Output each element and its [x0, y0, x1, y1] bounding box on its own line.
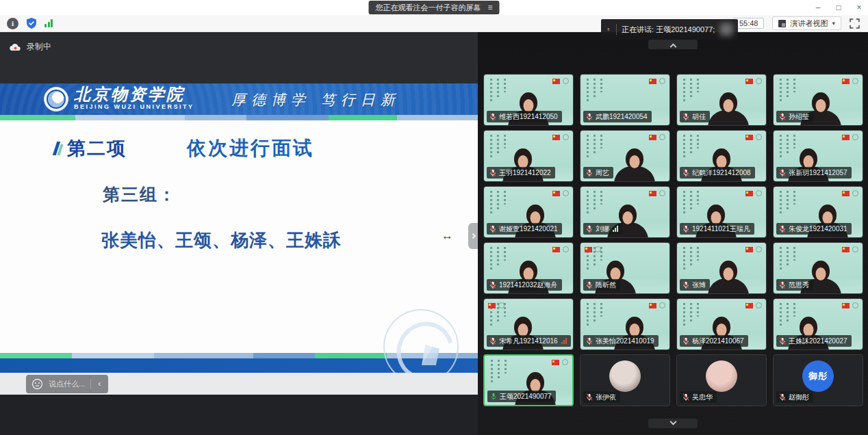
mic-muted-icon: [682, 224, 690, 233]
badge-icon: [562, 359, 568, 365]
participant-name-bar: 赵御彤: [776, 391, 813, 403]
virtual-background-text: [587, 303, 602, 326]
minimize-button[interactable]: –: [813, 3, 823, 12]
watching-screen-banner[interactable]: 您正在观看注会一付子容的屏幕 ≡: [368, 1, 499, 14]
participant-name: 宋希凡1921412016: [499, 337, 558, 346]
virtual-background-text: [683, 303, 699, 326]
participant-tile[interactable]: 1921412032赵海舟: [483, 242, 574, 294]
mic-muted-icon: [778, 168, 787, 177]
participant-name-bar: 谢娅萱1921420021: [487, 223, 562, 235]
mic-muted-icon: [682, 168, 690, 177]
cloud-recording-icon: [10, 43, 21, 51]
participant-name: 王羽1921412022: [499, 168, 551, 178]
participant-name: 张博: [692, 280, 706, 290]
participant-name: 武鹏1921420054: [596, 112, 648, 122]
maximize-button[interactable]: □: [834, 3, 843, 12]
chevron-right-icon: [470, 233, 476, 239]
participant-name: 朱俊龙1921420031: [789, 224, 847, 234]
security-shield-icon[interactable]: [25, 17, 38, 29]
watching-screen-title: 您正在观看注会一付子容的屏幕: [375, 3, 481, 13]
virtual-background-text: [491, 360, 507, 383]
view-mode-select[interactable]: 演讲者视图 ▾: [772, 16, 841, 30]
participant-tile[interactable]: 维若西1921412050: [483, 74, 574, 126]
emoji-icon[interactable]: [31, 378, 43, 390]
window-controls: – □ ×: [813, 0, 864, 15]
participant-tile[interactable]: 刘娜: [580, 186, 670, 238]
virtual-background-text: [683, 79, 699, 102]
participant-tile[interactable]: 王姝訸2021420027: [773, 298, 863, 350]
mic-muted-icon: [778, 393, 787, 401]
flag-icon: [842, 303, 850, 308]
participant-tile[interactable]: 张新玥1921412057: [773, 130, 863, 182]
participant-video-figure: [613, 146, 656, 181]
participant-tile[interactable]: 周艺: [580, 130, 670, 182]
participant-tile[interactable]: 1921411021王瑞凡: [676, 186, 767, 238]
panel-collapse-handle[interactable]: [468, 223, 478, 249]
slide-section-row: 第二项 依次进行面试: [53, 135, 314, 161]
participant-name-bar: 胡佳: [680, 111, 710, 122]
participant-tile[interactable]: 胡佳: [676, 74, 767, 126]
participant-tile[interactable]: 孙绍莹: [773, 74, 863, 126]
active-speaker-label: 正在讲话: 王颂2021490077;: [622, 25, 715, 35]
participant-tile[interactable]: 范思秀: [773, 242, 863, 294]
participant-name-bar: 朱俊龙1921420031: [776, 223, 852, 235]
badge-icon: [852, 190, 858, 196]
badge-icon: [563, 78, 569, 84]
mic-muted-icon: [778, 280, 787, 289]
tile-badges: [649, 302, 665, 308]
network-signal-icon[interactable]: [44, 19, 53, 27]
badge-icon: [756, 190, 762, 196]
virtual-background-text: [587, 191, 602, 214]
badge-icon: [659, 190, 665, 196]
mic-muted-icon: [682, 112, 690, 121]
recording-indicator[interactable]: 录制中: [10, 41, 51, 53]
participant-tile[interactable]: 王羽1921412022: [483, 130, 574, 182]
participant-tile[interactable]: 张博: [676, 242, 767, 294]
flag-icon: [745, 303, 753, 308]
participant-tile[interactable]: 吴忠华: [676, 354, 767, 406]
banner-menu-icon[interactable]: ≡: [487, 3, 492, 12]
participant-name-bar: 刘娜: [583, 223, 622, 235]
participant-tile[interactable]: 朱俊龙1921420031: [773, 186, 863, 238]
virtual-background-text: [683, 247, 699, 270]
virtual-background-text: [780, 79, 795, 102]
scroll-down-button[interactable]: [648, 419, 698, 428]
tile-badges: [745, 134, 762, 140]
participant-name: 王颂2021490077: [500, 392, 552, 401]
participant-tile[interactable]: 杨泽2021410067: [676, 298, 767, 350]
badge-icon: [756, 246, 762, 252]
mic-muted-icon: [489, 168, 497, 177]
participant-tile[interactable]: 武鹏1921420054: [580, 74, 670, 126]
fullscreen-icon[interactable]: [850, 18, 860, 29]
flag-icon: [649, 191, 656, 196]
participant-name: 王姝訸2021420027: [789, 337, 847, 346]
chat-collapse-icon[interactable]: ‹: [97, 378, 105, 390]
participant-name: 隋昕然: [596, 280, 616, 290]
participant-name-bar: 杨泽2021410067: [680, 335, 748, 347]
stripe-segment: [397, 115, 478, 120]
presentation-slide: 北京物资学院 BEIJING WUZI UNIVERSITY 厚德博学 笃行日新…: [0, 83, 478, 373]
participant-video-figure: [706, 90, 750, 125]
participant-tile[interactable]: 张伊依: [580, 354, 670, 406]
meeting-info-icon[interactable]: i: [7, 18, 18, 29]
group-names: 张美怡、王颂、杨泽、王姝訸: [101, 228, 342, 252]
chevron-up-icon: [669, 43, 676, 50]
flag-icon: [552, 135, 560, 140]
chat-input[interactable]: 说点什么...: [49, 379, 85, 389]
participant-name: 维若西1921412050: [499, 112, 558, 122]
main-area: 录制中 北京物资学院 BEIJING WUZI UNIVERSITY 厚德博学 …: [0, 32, 868, 435]
participant-name-bar: 王羽1921412022: [487, 167, 555, 179]
participant-tile[interactable]: 宋希凡1921412016: [483, 298, 574, 350]
chat-quick-bar[interactable]: 说点什么... ‹: [26, 375, 108, 393]
participant-tile[interactable]: 张美怡2021410019: [580, 298, 670, 350]
participant-name: 1921412032赵海舟: [499, 280, 558, 290]
participant-name-bar: 张伊依: [583, 391, 620, 403]
participant-tile[interactable]: 纪鹤洋1921412008: [676, 130, 767, 182]
participant-tile[interactable]: 御彤 赵御彤: [773, 354, 863, 406]
scroll-up-button[interactable]: [648, 40, 698, 49]
close-button[interactable]: ×: [854, 3, 864, 12]
participant-tile[interactable]: 隋昕然: [580, 242, 670, 294]
tile-badges: [745, 78, 762, 84]
participant-tile[interactable]: 王颂2021490077: [483, 354, 574, 406]
participant-tile[interactable]: 谢娅萱1921420021: [483, 186, 574, 238]
